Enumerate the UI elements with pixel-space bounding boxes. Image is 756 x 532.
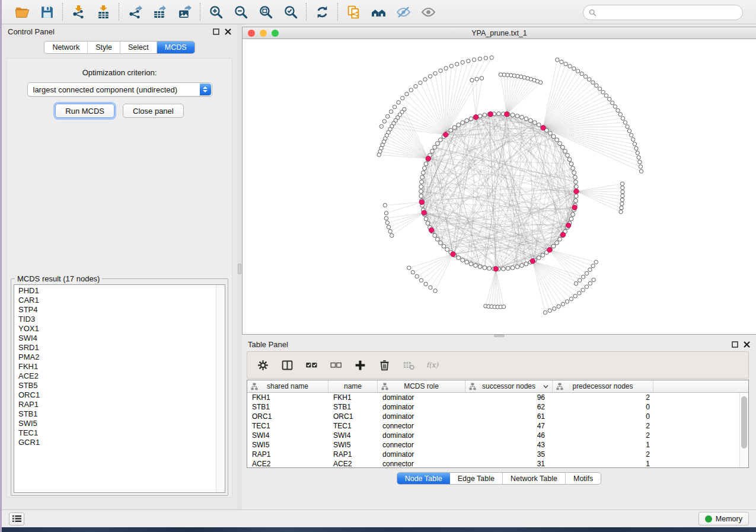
add-column-button[interactable] bbox=[353, 358, 367, 372]
mcds-result-item[interactable]: SWI5 bbox=[14, 419, 216, 428]
network-node[interactable] bbox=[561, 302, 564, 306]
table-cell[interactable]: SWI5 bbox=[328, 441, 378, 449]
mcds-result-item[interactable]: ACE2 bbox=[14, 371, 216, 381]
network-node[interactable] bbox=[433, 233, 437, 238]
table-row[interactable]: RAP1RAP1dominator352 bbox=[247, 450, 739, 459]
network-node[interactable] bbox=[467, 59, 470, 63]
criterion-select[interactable]: largest connected component (undirected) bbox=[27, 82, 212, 97]
table-cell[interactable]: 0 bbox=[553, 412, 653, 421]
network-node[interactable] bbox=[555, 241, 559, 245]
network-node[interactable] bbox=[389, 110, 393, 113]
float-panel-icon[interactable] bbox=[213, 28, 219, 35]
network-node[interactable] bbox=[506, 267, 510, 271]
network-node[interactable] bbox=[424, 282, 428, 286]
network-node[interactable] bbox=[619, 210, 623, 213]
network-node[interactable] bbox=[564, 62, 567, 66]
network-node[interactable] bbox=[452, 126, 457, 130]
network-node[interactable] bbox=[377, 153, 381, 156]
network-node[interactable] bbox=[436, 237, 440, 241]
table-cell[interactable]: 62 bbox=[465, 403, 553, 411]
network-node[interactable] bbox=[585, 285, 588, 289]
mcds-result-item[interactable]: PMA2 bbox=[14, 352, 216, 362]
network-node[interactable] bbox=[428, 75, 432, 78]
network-node[interactable] bbox=[420, 175, 425, 180]
tab-node-table[interactable]: Node Table bbox=[397, 473, 450, 484]
network-node[interactable] bbox=[430, 149, 435, 153]
network-node[interactable] bbox=[558, 142, 562, 146]
table-cell[interactable]: dominator bbox=[378, 431, 465, 440]
network-node[interactable] bbox=[499, 73, 502, 76]
network-node[interactable] bbox=[445, 248, 449, 252]
open-file-button[interactable] bbox=[14, 4, 30, 20]
network-node[interactable] bbox=[533, 121, 537, 125]
network-node[interactable] bbox=[387, 225, 390, 229]
tab-network-table[interactable]: Network Table bbox=[503, 473, 566, 484]
network-node[interactable] bbox=[474, 264, 478, 268]
minimize-window-icon[interactable] bbox=[260, 30, 267, 37]
network-node[interactable] bbox=[419, 194, 423, 198]
table-cell[interactable]: 1 bbox=[553, 460, 653, 467]
table-cell[interactable]: 0 bbox=[553, 403, 653, 411]
network-node[interactable] bbox=[572, 67, 576, 70]
mcds-result-item[interactable]: GCR1 bbox=[14, 438, 216, 447]
tab-motifs[interactable]: Motifs bbox=[566, 473, 601, 484]
splitter-grip[interactable] bbox=[238, 264, 241, 274]
network-node[interactable] bbox=[639, 165, 642, 168]
table-cell[interactable]: STB1 bbox=[247, 403, 328, 411]
column-header-predecessor-nodes[interactable]: predecessor nodes bbox=[553, 380, 653, 392]
network-node[interactable] bbox=[390, 233, 394, 237]
network-node[interactable] bbox=[442, 244, 446, 248]
table-scrollbar-thumb[interactable] bbox=[741, 396, 747, 448]
table-row[interactable]: STB1STB1dominator620 bbox=[247, 402, 739, 412]
network-node[interactable] bbox=[457, 256, 461, 260]
mcds-result-item[interactable]: SRD1 bbox=[14, 343, 216, 352]
network-node[interactable] bbox=[621, 194, 624, 197]
network-node[interactable] bbox=[397, 101, 400, 104]
network-node[interactable] bbox=[424, 217, 428, 221]
network-node[interactable] bbox=[634, 146, 638, 150]
network-node[interactable] bbox=[574, 185, 578, 189]
network-node[interactable] bbox=[419, 278, 423, 282]
mcds-result-item[interactable]: STB5 bbox=[14, 381, 216, 390]
panel-splitter-vertical[interactable] bbox=[237, 24, 242, 509]
network-node[interactable] bbox=[419, 185, 423, 189]
table-scrollbar[interactable] bbox=[739, 393, 748, 467]
mcds-node[interactable] bbox=[530, 259, 535, 264]
network-node[interactable] bbox=[439, 241, 443, 245]
mcds-node[interactable] bbox=[505, 112, 509, 117]
zoom-out-button[interactable] bbox=[232, 4, 249, 20]
network-node[interactable] bbox=[574, 198, 578, 203]
mcds-node[interactable] bbox=[547, 248, 552, 252]
network-node[interactable] bbox=[384, 216, 388, 220]
table-cell[interactable]: 2 bbox=[553, 450, 653, 459]
mcds-node[interactable] bbox=[541, 126, 546, 130]
table-row[interactable]: TEC1TEC1connector472 bbox=[247, 421, 739, 431]
network-node[interactable] bbox=[484, 56, 487, 60]
network-node[interactable] bbox=[461, 258, 465, 262]
network-node[interactable] bbox=[565, 300, 569, 303]
mcds-result-item[interactable]: TEC1 bbox=[14, 428, 216, 438]
export-network-button[interactable] bbox=[126, 4, 143, 20]
search-input[interactable] bbox=[600, 8, 737, 17]
network-node[interactable] bbox=[388, 229, 392, 233]
table-cell[interactable]: TEC1 bbox=[328, 422, 378, 430]
network-node[interactable] bbox=[475, 77, 479, 81]
mcds-node[interactable] bbox=[429, 227, 433, 232]
run-mcds-button[interactable]: Run MCDS bbox=[55, 104, 114, 118]
network-window-titlebar[interactable]: YPA_prune.txt_1 bbox=[243, 27, 756, 39]
table-row[interactable]: FKH1FKH1dominator962 bbox=[247, 393, 739, 402]
table-cell[interactable]: TEC1 bbox=[247, 422, 328, 430]
tab-edge-table[interactable]: Edge Table bbox=[450, 473, 503, 484]
network-node[interactable] bbox=[502, 267, 506, 271]
network-node[interactable] bbox=[591, 81, 595, 84]
network-node[interactable] bbox=[502, 305, 505, 309]
table-row[interactable]: SWI5SWI5connector431 bbox=[247, 440, 739, 450]
table-cell[interactable]: 2 bbox=[553, 422, 653, 430]
mcds-node[interactable] bbox=[574, 189, 579, 194]
network-node[interactable] bbox=[571, 213, 575, 217]
network-node[interactable] bbox=[571, 166, 575, 171]
network-node[interactable] bbox=[638, 160, 642, 164]
mcds-result-item[interactable]: RAP1 bbox=[14, 400, 216, 409]
tab-network[interactable]: Network bbox=[44, 41, 88, 53]
network-node[interactable] bbox=[511, 266, 515, 270]
